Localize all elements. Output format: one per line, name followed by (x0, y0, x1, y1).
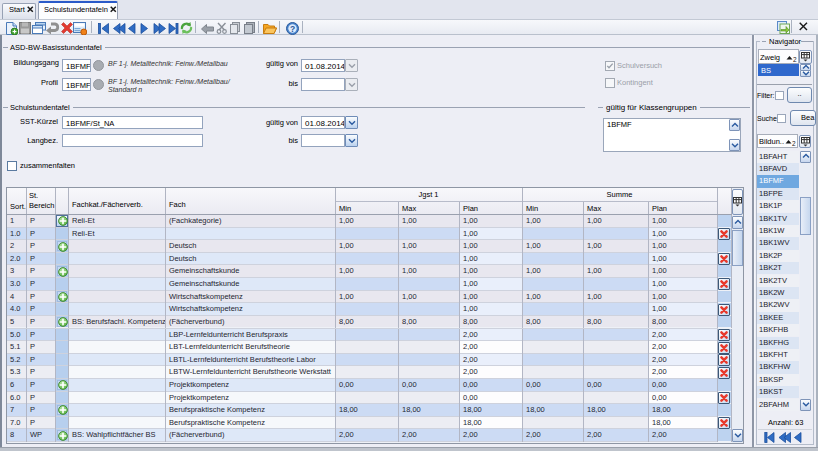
svg-text:2: 2 (793, 56, 797, 63)
svg-text:?: ? (290, 24, 295, 34)
svg-text:2: 2 (792, 140, 796, 147)
